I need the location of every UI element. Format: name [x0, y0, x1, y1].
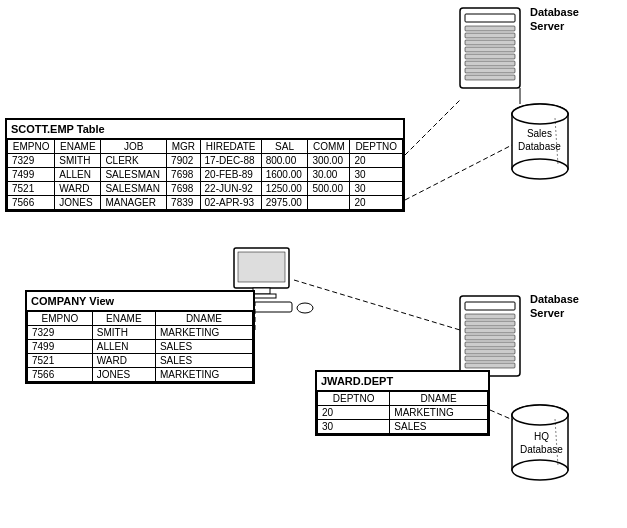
cell: 2975.00: [261, 196, 308, 210]
cell: 7698: [167, 182, 200, 196]
emp-header-hiredate: HIREDATE: [200, 140, 261, 154]
cell: 22-JUN-92: [200, 182, 261, 196]
table-row: 7329 SMITH CLERK 7902 17-DEC-88 800.00 3…: [8, 154, 403, 168]
svg-rect-32: [253, 288, 270, 294]
svg-rect-8: [465, 68, 515, 73]
table-row: 7499 ALLEN SALESMAN 7698 20-FEB-89 1600.…: [8, 168, 403, 182]
company-view-table: EMPNO ENAME DNAME 7329 SMITH MARKETING 7…: [27, 311, 253, 382]
diagram-container: SCOTT.EMP Table EMPNO ENAME JOB MGR HIRE…: [0, 0, 627, 528]
cell: SMITH: [55, 154, 101, 168]
cell: 7499: [8, 168, 55, 182]
svg-point-25: [512, 405, 568, 425]
svg-rect-21: [465, 342, 515, 347]
emp-header-mgr: MGR: [167, 140, 200, 154]
cell: 7329: [8, 154, 55, 168]
emp-table-box: SCOTT.EMP Table EMPNO ENAME JOB MGR HIRE…: [5, 118, 405, 212]
table-row: 7566 JONES MARKETING: [28, 368, 253, 382]
cell: 7521: [8, 182, 55, 196]
dept-header-row: DEPTNO DNAME: [318, 392, 488, 406]
cell: 20: [350, 196, 403, 210]
cell: WARD: [92, 354, 155, 368]
table-row: 7521 WARD SALESMAN 7698 22-JUN-92 1250.0…: [8, 182, 403, 196]
emp-table-header-row: EMPNO ENAME JOB MGR HIREDATE SAL COMM DE…: [8, 140, 403, 154]
svg-rect-23: [465, 356, 515, 361]
table-row: 7499 ALLEN SALES: [28, 340, 253, 354]
cell: MARKETING: [155, 368, 252, 382]
emp-header-comm: COMM: [308, 140, 350, 154]
dept-header-dname: DNAME: [390, 392, 488, 406]
svg-rect-3: [465, 33, 515, 38]
company-view-box: COMPANY View EMPNO ENAME DNAME 7329 SMIT…: [25, 290, 255, 384]
cell: JONES: [55, 196, 101, 210]
cell: 300.00: [308, 154, 350, 168]
cell: WARD: [55, 182, 101, 196]
cell: JONES: [92, 368, 155, 382]
cell: MANAGER: [101, 196, 167, 210]
cell: SALES: [155, 354, 252, 368]
cell: 7521: [28, 354, 93, 368]
svg-rect-7: [465, 61, 515, 66]
svg-line-38: [294, 280, 460, 330]
cell: 7499: [28, 340, 93, 354]
svg-rect-31: [238, 252, 285, 282]
svg-point-12: [512, 159, 568, 179]
svg-point-13: [512, 104, 568, 124]
cell: 7566: [28, 368, 93, 382]
cell: 20: [350, 154, 403, 168]
svg-rect-1: [465, 14, 515, 22]
cell: 1600.00: [261, 168, 308, 182]
emp-header-sal: SAL: [261, 140, 308, 154]
svg-rect-0: [460, 8, 520, 88]
svg-rect-5: [465, 47, 515, 52]
cell: SALES: [155, 340, 252, 354]
cell: 7839: [167, 196, 200, 210]
dept-table-box: JWARD.DEPT DEPTNO DNAME 20 MARKETING 30 …: [315, 370, 490, 436]
svg-line-39: [490, 410, 513, 420]
cell: 30: [350, 182, 403, 196]
cell: 02-APR-93: [200, 196, 261, 210]
cell: 20-FEB-89: [200, 168, 261, 182]
svg-rect-18: [465, 321, 515, 326]
cell: 1250.00: [261, 182, 308, 196]
cell: 20: [318, 406, 390, 420]
table-row: 7521 WARD SALES: [28, 354, 253, 368]
emp-header-job: JOB: [101, 140, 167, 154]
cell: CLERK: [101, 154, 167, 168]
cell: 7329: [28, 326, 93, 340]
server-top-label: DatabaseServer: [530, 5, 579, 34]
emp-header-deptno: DEPTNO: [350, 140, 403, 154]
table-row: 7329 SMITH MARKETING: [28, 326, 253, 340]
hq-database-label: HQDatabase: [520, 430, 563, 456]
table-row: 20 MARKETING: [318, 406, 488, 420]
cell: SALESMAN: [101, 182, 167, 196]
svg-point-10: [512, 104, 568, 124]
cell: 30: [350, 168, 403, 182]
svg-rect-6: [465, 54, 515, 59]
company-header-ename: ENAME: [92, 312, 155, 326]
company-header-row: EMPNO ENAME DNAME: [28, 312, 253, 326]
cell: 17-DEC-88: [200, 154, 261, 168]
svg-line-41: [405, 145, 512, 200]
company-view-title: COMPANY View: [27, 292, 253, 311]
svg-point-35: [297, 303, 313, 313]
svg-rect-9: [465, 75, 515, 80]
cell: SALESMAN: [101, 168, 167, 182]
emp-header-empno: EMPNO: [8, 140, 55, 154]
cell: ALLEN: [92, 340, 155, 354]
table-row: 7566 JONES MANAGER 7839 02-APR-93 2975.0…: [8, 196, 403, 210]
cell: 7698: [167, 168, 200, 182]
svg-rect-2: [465, 26, 515, 31]
server-bottom-label: DatabaseServer: [530, 292, 579, 321]
svg-rect-16: [465, 302, 515, 310]
dept-header-deptno: DEPTNO: [318, 392, 390, 406]
cell: 800.00: [261, 154, 308, 168]
svg-point-28: [512, 405, 568, 425]
cell: ALLEN: [55, 168, 101, 182]
sales-database-label: SalesDatabase: [518, 127, 561, 153]
svg-rect-24: [465, 363, 515, 368]
dept-table-title: JWARD.DEPT: [317, 372, 488, 391]
dept-table: DEPTNO DNAME 20 MARKETING 30 SALES: [317, 391, 488, 434]
cell: MARKETING: [390, 406, 488, 420]
svg-rect-15: [460, 296, 520, 376]
table-row: 30 SALES: [318, 420, 488, 434]
